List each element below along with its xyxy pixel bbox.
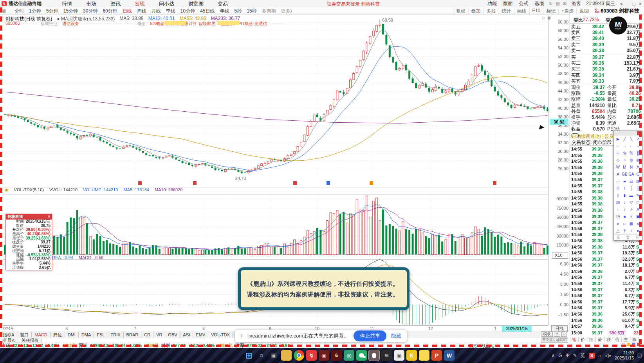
tick-trade-row[interactable]: 14:5639.38 2.0万B [571, 269, 641, 275]
quote-panel-tab[interactable]: 细 [587, 337, 596, 342]
period-tab[interactable]: 年线 [220, 8, 229, 15]
palette-footer-item[interactable]: 平 [635, 235, 639, 240]
menu-item[interactable]: 交易 [218, 0, 228, 7]
taskbar-app-icon[interactable] [356, 350, 367, 361]
buy-level-row[interactable]: 买三39.3521.6万 [571, 66, 640, 72]
window-control-icon[interactable]: < [620, 1, 623, 7]
notification-icon[interactable]: ❏ [637, 353, 642, 358]
zoom-in-button[interactable]: + [554, 331, 560, 337]
tick-trade-row[interactable]: 14:5639.37 18.1万S [571, 262, 641, 269]
toolbar-mini-icon[interactable]: ✉ [563, 1, 566, 6]
indicator-tab[interactable]: 窗口 [17, 332, 32, 338]
drawing-tool-icon[interactable]: ▬ [628, 192, 635, 199]
drawing-tool-icon[interactable]: ↓ [621, 206, 628, 213]
taskbar-app-icon[interactable]: ↯ [306, 350, 317, 361]
menu-item[interactable]: 公式 [519, 0, 528, 7]
taskbar-app-icon[interactable] [281, 350, 292, 361]
period-tab[interactable]: 30分钟 [83, 8, 97, 15]
chart-action-button[interactable]: 返回 [576, 8, 592, 15]
drawing-tool-icon[interactable]: M [621, 164, 628, 171]
menu-item[interactable]: 财富圈 [188, 0, 204, 7]
drawing-tool-icon[interactable]: ■ [621, 213, 628, 220]
sell-level-row[interactable]: 卖二39.399.5万 [571, 42, 640, 48]
drawing-tool-icon[interactable]: ↕ [628, 227, 635, 234]
period-tab[interactable]: 15秒 [247, 8, 256, 15]
drawing-tool-icon[interactable]: ╱ [621, 136, 628, 143]
indicator-tab[interactable]: ASI [180, 332, 193, 338]
taskbar-app-icon[interactable]: K [406, 350, 417, 361]
quote-panel-tab[interactable]: 值 [613, 337, 622, 342]
wifi-icon[interactable]: ∩ [598, 353, 602, 358]
indicator-tab[interactable]: VOL-TDX [208, 332, 233, 338]
taskbar-app-icon[interactable]: P [431, 350, 442, 361]
taskbar-app-icon[interactable]: 6 [331, 350, 342, 361]
chart-action-button[interactable]: 统计 [499, 8, 514, 15]
drawing-tool-icon[interactable]: ▰ [621, 178, 628, 185]
drawing-tool-icon[interactable]: ◇ [615, 157, 621, 164]
drawing-tool-icon[interactable]: 上 [615, 227, 621, 234]
indicator-tab[interactable]: BRAR [124, 332, 142, 338]
drawing-tool-icon[interactable]: → [621, 143, 628, 150]
drawing-tool-icon[interactable]: ▨ [615, 199, 621, 206]
chart-action-button[interactable]: +自选 [558, 8, 576, 15]
quote-panel-tab[interactable]: 笔 [570, 337, 579, 342]
indicator-tab[interactable]: DMA [79, 332, 94, 338]
palette-titlebar[interactable]: × [614, 131, 642, 136]
taskbar-app-icon[interactable]: ◉ [319, 350, 329, 361]
taskbar-app-icon[interactable] [369, 350, 379, 361]
microphone-icon[interactable]: Ψ [566, 353, 570, 358]
drawing-tool-icon[interactable]: № [621, 150, 628, 157]
quote-panel-tab[interactable]: 势 [596, 337, 604, 342]
taskbar-app-icon[interactable] [419, 350, 429, 361]
taskbar-clock[interactable]: 21:39 2025/1/15 [615, 350, 634, 361]
drawing-tool-icon[interactable]: A [615, 171, 621, 178]
drawing-tool-icon[interactable]: ▮ [621, 192, 628, 199]
period-tab[interactable]: 日线 [123, 8, 132, 15]
period-tab[interactable]: 1分钟 [29, 8, 41, 15]
drawing-tool-icon[interactable]: GE [621, 171, 628, 178]
drawing-tool-icon[interactable]: ⊕ [628, 157, 635, 164]
drawing-tool-icon[interactable]: ▯ [615, 192, 621, 199]
period-tab[interactable]: 5秒 [235, 8, 242, 15]
template-button[interactable]: 模板 [541, 331, 553, 337]
chart-action-button[interactable]: 叠加 [468, 8, 483, 15]
drawing-tool-icon[interactable]: ↗ [628, 206, 635, 213]
drawing-tool-icon[interactable]: TA [615, 213, 621, 220]
drawing-tool-icon[interactable]: ▦ [628, 220, 635, 227]
window-control-icon[interactable]: – [626, 1, 629, 7]
taskbar-app-icon[interactable]: ◎ [344, 350, 354, 361]
toolbar-mini-icon[interactable]: ▤ [556, 1, 559, 6]
indicator-tab[interactable]: 指标A [0, 332, 17, 338]
indicator-tab[interactable]: EMV [193, 332, 208, 338]
palette-footer-item[interactable]: 卖 [626, 235, 630, 240]
chart-action-button[interactable]: 画线 [514, 8, 529, 15]
tick-trade-row[interactable]: 14:5739.36 0.4万S [571, 323, 641, 330]
popup-titlebar[interactable]: 剑桥科技 × [6, 214, 52, 220]
quote-panel-tab[interactable]: 主 [622, 337, 630, 342]
menu-item[interactable]: 问小达 [159, 0, 174, 7]
tick-trade-row[interactable]: 14:5639.37 5.9万B [571, 305, 641, 311]
indicator-tab[interactable]: DMI [65, 332, 79, 338]
taskbar-app-icon[interactable] [294, 350, 304, 361]
drawing-tool-icon[interactable]: ▤ [628, 178, 635, 185]
menu-item[interactable]: 选项 [534, 0, 544, 7]
menu-item[interactable]: 行情 [62, 0, 72, 7]
drawing-tool-icon[interactable]: × [628, 213, 635, 220]
user-guest-label[interactable]: 游客 [572, 0, 581, 7]
taskbar-app-icon[interactable]: ◉ [394, 350, 404, 361]
period-tab[interactable]: 多周期 [262, 8, 276, 15]
palette-footer-item[interactable]: 买 [617, 235, 621, 240]
window-control-icon[interactable]: × [639, 1, 642, 7]
drawing-tool-icon[interactable]: ▱ [615, 178, 621, 185]
window-control-icon[interactable]: □ [633, 1, 635, 7]
indicator-tab[interactable]: 归位 [51, 332, 65, 338]
extension-tab[interactable]: 扩展A [0, 338, 18, 343]
quote-panel-tab[interactable]: 价 [579, 337, 587, 342]
indicator-tab[interactable]: CR [141, 332, 153, 338]
sell-level-row[interactable]: 卖五39.4229.6万 [571, 24, 640, 30]
period-tab[interactable]: 月线 [152, 8, 161, 15]
menu-item[interactable]: 市场 [86, 0, 96, 7]
tick-trade-row[interactable]: 14:5639.37 11.4万S [571, 281, 641, 287]
drawing-tool-icon[interactable]: ↓ [621, 199, 628, 206]
zoom-out-button[interactable]: - [561, 331, 566, 337]
